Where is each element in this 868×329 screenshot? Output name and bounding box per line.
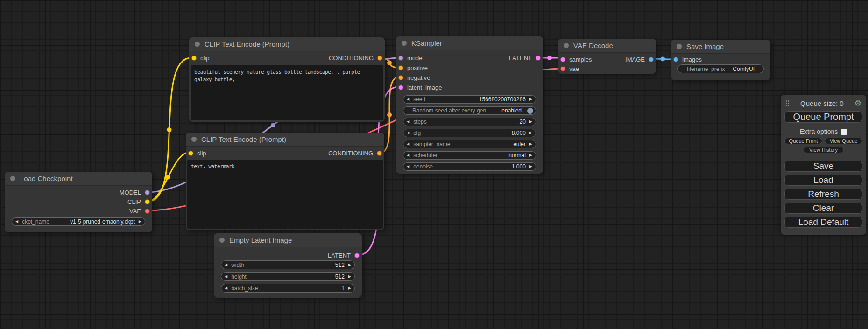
node-clip-text-encode-positive[interactable]: CLIP Text Encode (Prompt) clip CONDITION… bbox=[189, 37, 385, 122]
output-port-latent[interactable] bbox=[354, 253, 360, 258]
increment-arrow-icon[interactable]: ▶ bbox=[529, 142, 532, 146]
port-row: positive bbox=[396, 63, 543, 73]
decrement-arrow-icon[interactable]: ◀ bbox=[225, 275, 227, 279]
input-port-samples[interactable] bbox=[560, 57, 565, 62]
view-history-button[interactable]: View History bbox=[804, 147, 844, 153]
node-load-checkpoint[interactable]: Load Checkpoint MODEL CLIP VAE ◀ ckpt_na… bbox=[5, 172, 152, 232]
increment-arrow-icon[interactable]: ▶ bbox=[529, 98, 532, 101]
node-empty-latent-image[interactable]: Empty Latent Image LATENT ◀ width 512 ▶ … bbox=[214, 233, 362, 298]
decrement-arrow-icon[interactable]: ◀ bbox=[407, 142, 409, 146]
decrement-arrow-icon[interactable]: ◀ bbox=[407, 98, 409, 101]
extra-options-row: Extra options bbox=[784, 128, 862, 135]
input-port-positive[interactable] bbox=[398, 65, 403, 70]
prompt-textarea[interactable]: text, watermark bbox=[187, 160, 383, 229]
refresh-button[interactable]: Refresh bbox=[784, 189, 862, 200]
widget-denoise[interactable]: ◀ denoise 1.000 ▶ bbox=[403, 162, 536, 171]
collapse-dot-icon[interactable] bbox=[191, 137, 197, 142]
collapse-dot-icon[interactable] bbox=[195, 42, 200, 47]
widget-label: batch_size bbox=[231, 285, 258, 292]
widget-filename-prefix[interactable]: filename_prefix ComfyUI bbox=[677, 64, 764, 73]
widget-value: normal bbox=[508, 152, 526, 159]
output-port-latent[interactable] bbox=[536, 56, 541, 61]
node-title-bar[interactable]: KSampler bbox=[396, 36, 543, 50]
output-port-conditioning[interactable] bbox=[377, 56, 382, 61]
input-port-images[interactable] bbox=[673, 57, 678, 62]
widget-height[interactable]: ◀ height 512 ▶ bbox=[221, 272, 355, 281]
output-port-conditioning[interactable] bbox=[377, 151, 382, 156]
collapse-dot-icon[interactable] bbox=[219, 238, 225, 243]
node-title-bar[interactable]: Empty Latent Image bbox=[214, 233, 362, 247]
widget-cfg[interactable]: ◀ cfg 8.000 ▶ bbox=[403, 129, 536, 137]
widget-steps[interactable]: ◀ steps 20 ▶ bbox=[403, 118, 536, 126]
queue-small-buttons: Queue Front View Queue bbox=[784, 138, 862, 144]
node-title-bar[interactable]: Load Checkpoint bbox=[5, 172, 152, 186]
widget-label: Random seed after every gen bbox=[412, 107, 486, 114]
port-row: images bbox=[671, 55, 770, 64]
increment-arrow-icon[interactable]: ▶ bbox=[348, 263, 351, 267]
node-title: CLIP Text Encode (Prompt) bbox=[201, 135, 286, 143]
widget-width[interactable]: ◀ width 512 ▶ bbox=[221, 260, 355, 269]
node-graph-canvas[interactable]: Load Checkpoint MODEL CLIP VAE ◀ ckpt_na… bbox=[0, 0, 868, 329]
node-title-bar[interactable]: CLIP Text Encode (Prompt) bbox=[186, 133, 384, 147]
widget-random-seed-toggle[interactable]: Random seed after every gen enabled bbox=[403, 106, 536, 115]
collapse-dot-icon[interactable] bbox=[10, 176, 15, 181]
node-clip-text-encode-negative[interactable]: CLIP Text Encode (Prompt) clip CONDITION… bbox=[186, 133, 384, 230]
input-port-vae[interactable] bbox=[560, 66, 565, 71]
node-vae-decode[interactable]: VAE Decode samples IMAGE vae bbox=[558, 39, 656, 74]
input-port-model[interactable] bbox=[398, 56, 403, 61]
port-row: MODEL bbox=[5, 188, 152, 197]
collapse-dot-icon[interactable] bbox=[564, 43, 569, 48]
increment-arrow-icon[interactable]: ▶ bbox=[529, 154, 532, 157]
input-port-latent-image[interactable] bbox=[398, 85, 403, 90]
output-port-clip[interactable] bbox=[145, 199, 150, 204]
widget-ckpt-name[interactable]: ◀ ckpt_name v1-5-pruned-emaonly.ckpt ▶ bbox=[12, 217, 145, 226]
prompt-textarea[interactable]: beautiful scenery nature glass bottle la… bbox=[191, 65, 383, 120]
toggle-dot[interactable] bbox=[527, 108, 533, 114]
node-title-bar[interactable]: VAE Decode bbox=[558, 39, 656, 53]
queue-front-button[interactable]: Queue Front bbox=[784, 138, 822, 144]
decrement-arrow-icon[interactable]: ◀ bbox=[225, 263, 227, 267]
queue-prompt-button[interactable]: Queue Prompt bbox=[784, 111, 862, 123]
node-ksampler[interactable]: KSampler model LATENT positive negative … bbox=[396, 36, 543, 174]
increment-arrow-icon[interactable]: ▶ bbox=[529, 131, 532, 135]
save-button[interactable]: Save bbox=[784, 161, 862, 172]
clear-button[interactable]: Clear bbox=[784, 203, 862, 214]
decrement-arrow-icon[interactable]: ◀ bbox=[225, 287, 227, 290]
view-queue-button[interactable]: View Queue bbox=[825, 138, 862, 144]
increment-arrow-icon[interactable]: ▶ bbox=[348, 275, 351, 279]
increment-arrow-icon[interactable]: ▶ bbox=[529, 165, 532, 168]
drag-handle-icon[interactable] bbox=[785, 100, 790, 107]
input-port-clip[interactable] bbox=[188, 151, 193, 156]
node-title-bar[interactable]: CLIP Text Encode (Prompt) bbox=[189, 37, 385, 51]
widget-scheduler[interactable]: ◀ scheduler normal ▶ bbox=[403, 151, 536, 160]
node-title: CLIP Text Encode (Prompt) bbox=[205, 40, 289, 48]
node-save-image[interactable]: Save Image images filename_prefix ComfyU… bbox=[671, 40, 770, 80]
widget-batch-size[interactable]: ◀ batch_size 1 ▶ bbox=[221, 284, 355, 293]
input-port-clip[interactable] bbox=[191, 56, 197, 61]
view-history-row: View History bbox=[784, 147, 862, 153]
widget-sampler-name[interactable]: ◀ sampler_name euler ▶ bbox=[403, 140, 536, 148]
load-default-button[interactable]: Load Default bbox=[784, 217, 862, 228]
increment-arrow-icon[interactable]: ▶ bbox=[529, 120, 532, 124]
widget-seed[interactable]: ◀ seed 156680208700286 ▶ bbox=[403, 95, 536, 104]
output-port-vae[interactable] bbox=[145, 209, 150, 214]
output-label-latent: LATENT bbox=[328, 252, 351, 259]
port-row: CLIP bbox=[5, 197, 152, 206]
node-title-bar[interactable]: Save Image bbox=[671, 40, 770, 54]
link-midpoint-dot bbox=[387, 112, 392, 117]
decrement-arrow-icon[interactable]: ◀ bbox=[407, 154, 409, 157]
output-port-model[interactable] bbox=[145, 190, 150, 195]
collapse-dot-icon[interactable] bbox=[402, 41, 407, 46]
increment-arrow-icon[interactable]: ▶ bbox=[139, 220, 141, 224]
load-button[interactable]: Load bbox=[784, 175, 862, 186]
decrement-arrow-icon[interactable]: ◀ bbox=[407, 165, 409, 168]
settings-gear-icon[interactable]: ⚙ bbox=[854, 99, 861, 107]
extra-options-checkbox[interactable] bbox=[841, 129, 847, 135]
input-port-negative[interactable] bbox=[398, 75, 403, 80]
decrement-arrow-icon[interactable]: ◀ bbox=[407, 131, 409, 135]
decrement-arrow-icon[interactable]: ◀ bbox=[15, 220, 18, 224]
output-port-image[interactable] bbox=[649, 57, 654, 62]
collapse-dot-icon[interactable] bbox=[677, 44, 682, 49]
decrement-arrow-icon[interactable]: ◀ bbox=[407, 120, 409, 124]
increment-arrow-icon[interactable]: ▶ bbox=[348, 287, 351, 290]
